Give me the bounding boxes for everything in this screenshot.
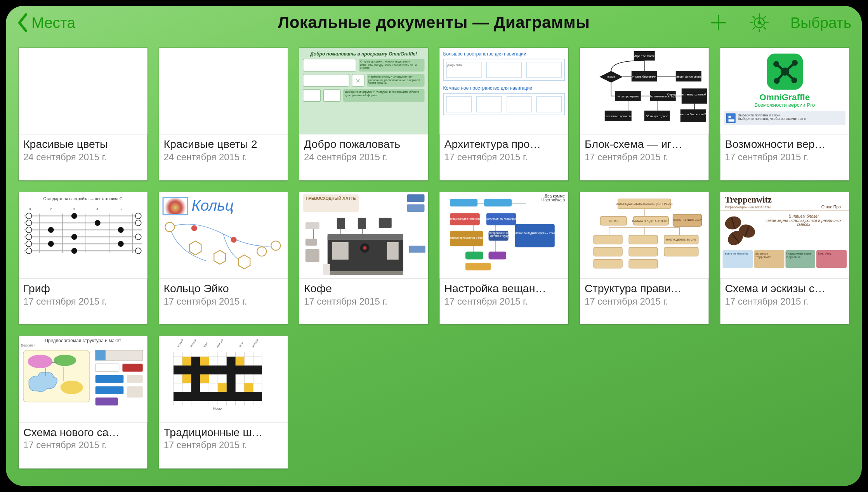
svg-rect-159 bbox=[174, 392, 262, 401]
svg-text:желтый: желтый bbox=[251, 340, 259, 348]
back-button[interactable]: Места bbox=[16, 13, 75, 33]
svg-text:НАБЛЮДЕНИЕ ЗА СРЕ: НАБЛЮДЕНИЕ ЗА СРЕ bbox=[666, 238, 696, 241]
svg-point-47 bbox=[26, 248, 32, 253]
svg-point-48 bbox=[48, 227, 54, 232]
svg-point-44 bbox=[26, 227, 32, 232]
svg-point-42 bbox=[26, 213, 32, 218]
document-name: Настройка вещан… bbox=[444, 282, 564, 295]
svg-text:черный: черный bbox=[176, 340, 184, 348]
document-item[interactable]: ЗАКОНОДАТЕЛЬНАЯ ВЛАСТЬ (КОНГРЕСС) СЕНАТ … bbox=[580, 192, 709, 324]
svg-point-66 bbox=[191, 225, 197, 231]
svg-text:Носки: Носки bbox=[213, 407, 222, 411]
svg-rect-70 bbox=[358, 217, 366, 229]
svg-rect-80 bbox=[328, 271, 403, 274]
svg-rect-120 bbox=[95, 350, 106, 360]
svg-marker-62 bbox=[214, 250, 226, 264]
document-date: 17 сентября 2015 г. bbox=[725, 152, 845, 163]
document-name: Возможности вер… bbox=[725, 138, 845, 151]
document-name: Гриф bbox=[23, 282, 143, 295]
document-item[interactable]: Добро пожаловать в программу OmniGraffle… bbox=[299, 48, 428, 180]
document-name: Схема и эскизы с… bbox=[725, 282, 845, 295]
document-item[interactable]: Кольц Кольцо Эйко 17 сентября bbox=[159, 192, 288, 324]
document-item[interactable]: OmniGraffle Возможности версии Pro Выбер… bbox=[720, 48, 849, 180]
svg-point-65 bbox=[271, 241, 280, 250]
document-date: 17 сентября 2015 г. bbox=[725, 296, 845, 307]
thumb-card: Siber Fleg bbox=[816, 250, 847, 267]
svg-rect-157 bbox=[244, 383, 253, 392]
back-label: Места bbox=[31, 14, 75, 32]
thumb-caption: Выберите полотна и слои. Выберите полотн… bbox=[738, 114, 806, 123]
svg-point-43 bbox=[26, 220, 32, 225]
thumb-subtitle: Кофеобжарочные аппараты bbox=[725, 205, 771, 209]
svg-text:Агрегирование: направление по : Агрегирование: направление по подкатегор… bbox=[486, 232, 566, 235]
document-thumbnail: ПРЕВОСХОДНЫЙ ЛАТТЕ bbox=[299, 192, 428, 278]
svg-text:30 минут отдыха: 30 минут отдыха bbox=[646, 114, 669, 118]
document-thumbnail: ЗАКОНОДАТЕЛЬНАЯ ВЛАСТЬ (КОНГРЕСС) СЕНАТ … bbox=[580, 192, 709, 278]
document-item[interactable]: Два коммеНастройка в Предупрежден правил… bbox=[440, 192, 569, 324]
svg-text:КОНСТИТУЦИЯ США: КОНСТИТУЦИЯ США bbox=[674, 218, 701, 222]
document-item[interactable]: Treppenwitz Кофеобжарочные аппараты О на… bbox=[720, 192, 849, 324]
document-item[interactable]: Игра The Game Знает Играть бесконечн Пес… bbox=[580, 48, 709, 180]
document-item[interactable]: Предполагаемая структура и макет Версия … bbox=[19, 336, 148, 469]
svg-rect-161 bbox=[227, 357, 236, 401]
document-item[interactable]: черный желтый черн желтый черн желтый bbox=[159, 336, 288, 469]
document-meta: Настройка вещан… 17 сентября 2015 г. bbox=[440, 278, 569, 310]
svg-text:желтый: желтый bbox=[189, 340, 198, 348]
svg-rect-113 bbox=[594, 259, 622, 268]
svg-point-116 bbox=[28, 355, 52, 369]
document-name: Традиционные ш… bbox=[164, 426, 283, 439]
thumb-title: Treppenwitz bbox=[725, 195, 845, 205]
svg-point-54 bbox=[118, 227, 124, 232]
svg-text:Оповестить о проигрыше: Оповестить о проигрыше bbox=[601, 114, 635, 118]
document-name: Красивые цветы bbox=[23, 138, 143, 151]
svg-point-46 bbox=[26, 241, 32, 246]
thumb-title: Кольц bbox=[192, 197, 234, 215]
document-item[interactable]: Стандартная настройка — пентатоника G 02… bbox=[19, 192, 148, 324]
document-name: Красивые цветы 2 bbox=[164, 138, 283, 151]
document-date: 17 сентября 2015 г. bbox=[23, 296, 143, 307]
svg-text:5: 5 bbox=[120, 207, 122, 211]
document-date: 24 сентября 2015 г. bbox=[23, 152, 143, 163]
settings-button[interactable] bbox=[750, 13, 769, 33]
svg-point-50 bbox=[71, 213, 77, 218]
document-meta: Схема нового са… 17 сентября 2015 г. bbox=[19, 422, 148, 455]
svg-rect-69 bbox=[337, 217, 345, 229]
svg-text:Игра проиграна: Игра проиграна bbox=[617, 95, 639, 98]
thumb-label: Настройка в bbox=[542, 197, 565, 202]
document-item[interactable]: Большое пространство для навигации Докум… bbox=[440, 48, 569, 180]
add-button[interactable] bbox=[709, 13, 729, 33]
document-thumbnail: Два коммеНастройка в Предупрежден правил… bbox=[440, 192, 569, 278]
thumb-subtitle: Возможности версии Pro bbox=[724, 102, 846, 108]
document-date: 17 сентября 2015 г. bbox=[164, 296, 283, 307]
svg-text:Предупрежден правилах: Предупрежден правилах bbox=[449, 217, 481, 220]
document-date: 17 сентября 2015 г. bbox=[444, 152, 564, 163]
svg-rect-125 bbox=[95, 398, 118, 405]
svg-text:ПАЛАТА ПРЕДСТАВИТЕЛЕЙ: ПАЛАТА ПРЕДСТАВИТЕЛЕЙ bbox=[632, 219, 670, 222]
document-meta: Красивые цветы 24 сентября 2015 г. bbox=[19, 134, 148, 166]
thumb-caption: В нашем блоге: какие зерна используются … bbox=[762, 214, 845, 246]
document-meta: Добро пожаловать 24 сентября 2015 г. bbox=[299, 134, 428, 166]
thumb-label: Два комме bbox=[545, 194, 565, 198]
svg-text:4: 4 bbox=[96, 207, 98, 211]
document-date: 17 сентября 2015 г. bbox=[585, 296, 704, 307]
svg-point-67 bbox=[231, 237, 237, 243]
select-button[interactable]: Выбрать bbox=[790, 14, 851, 32]
svg-point-60 bbox=[165, 222, 174, 231]
svg-rect-95 bbox=[465, 251, 483, 259]
document-name: Блок-схема — иг… bbox=[585, 138, 704, 151]
svg-text:черн: черн bbox=[238, 342, 244, 348]
document-thumbnail: OmniGraffle Возможности версии Pro Выбер… bbox=[720, 48, 849, 134]
svg-rect-93 bbox=[515, 224, 555, 247]
svg-rect-155 bbox=[200, 374, 209, 383]
document-item[interactable]: Красивые цветы 24 сентября 2015 г. bbox=[19, 48, 148, 180]
document-item[interactable]: ПРЕВОСХОДНЫЙ ЛАТТЕ bbox=[299, 192, 428, 324]
document-thumbnail bbox=[159, 48, 288, 134]
svg-rect-76 bbox=[332, 242, 349, 259]
document-thumbnail: Предполагаемая структура и макет Версия … bbox=[19, 336, 148, 422]
document-item[interactable]: Красивые цветы 2 24 сентября 2015 г. bbox=[159, 48, 288, 180]
svg-text:0: 0 bbox=[29, 207, 31, 211]
svg-rect-71 bbox=[379, 217, 392, 228]
document-date: 24 сентября 2015 г. bbox=[304, 152, 424, 163]
thumb-card: Эспрессо Treppenwitz bbox=[754, 250, 784, 267]
thumb-title: OmniGraffle bbox=[724, 92, 846, 102]
